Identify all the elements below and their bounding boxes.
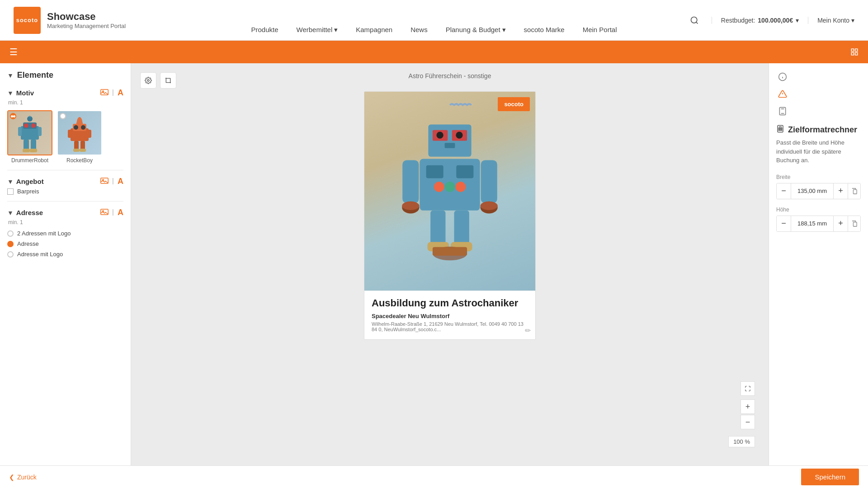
collapse-icon[interactable]: ▼ [7, 72, 14, 79]
chevron-down-icon: ▾ [796, 17, 799, 24]
motiv-image-icon[interactable] [100, 88, 108, 98]
adresse-option-2[interactable]: Adresse mit Logo [7, 251, 123, 258]
right-panel-description: Passt die Breite und Höhe individuell fü… [776, 138, 861, 165]
adresse-option-0-label: 2 Adressen mit Logo [17, 230, 71, 237]
nav-socoto-marke[interactable]: socoto Marke [522, 20, 566, 40]
svg-rect-77 [781, 130, 782, 131]
motiv-rocketboy[interactable]: RocketBoy [57, 110, 102, 164]
nav-kampagnen[interactable]: Kampagnen [354, 20, 394, 40]
angebot-collapse-icon[interactable]: ▼ [7, 178, 14, 185]
save-button[interactable]: Speichern [801, 469, 859, 485]
motiv-drummer-radio [10, 113, 16, 119]
secondary-bar-right [845, 43, 863, 61]
nav-mein-portal[interactable]: Mein Portal [581, 20, 619, 40]
motiv-drummer-image[interactable] [7, 110, 52, 155]
crop-tool-button[interactable] [160, 72, 176, 89]
adresse-radio-0[interactable] [7, 230, 14, 237]
logo-text: Showcase Marketing Management Portal [47, 11, 126, 29]
top-right: Restbudget: 100.000,00€ ▾ Mein Konto ▾ [686, 12, 854, 28]
logo-block: socoto Showcase Marketing Management Por… [14, 7, 126, 34]
svg-rect-42 [456, 165, 473, 178]
hoehe-increase-button[interactable]: + [833, 216, 848, 232]
adresse-collapse-icon[interactable]: ▼ [7, 209, 14, 216]
barpreis-checkbox[interactable] [7, 188, 14, 195]
nav-produkte[interactable]: Produkte [249, 20, 280, 40]
warning-icon[interactable] [776, 88, 789, 100]
nav-planung[interactable]: Planung & Budget ▾ [444, 20, 508, 40]
motiv-text-icon[interactable]: A [118, 88, 123, 98]
zoom-in-button[interactable]: + [741, 399, 755, 414]
angebot-section-header: ▼ Angebot | A [7, 177, 123, 186]
divider-1 [7, 170, 123, 170]
angebot-image-icon[interactable] [100, 177, 108, 186]
zoom-level: 100 % [728, 436, 755, 447]
settings-tool-button[interactable] [140, 72, 156, 89]
ad-card-address: Wilhelm-Raabe-Straße 1, 21629 Neu Wulmst… [372, 321, 528, 332]
nav-news[interactable]: News [409, 20, 429, 40]
edit-pencil-icon[interactable]: ✏ [525, 326, 531, 335]
adresse-option-1[interactable]: Adresse [7, 240, 123, 247]
expand-button[interactable] [741, 381, 755, 396]
grid-view-button[interactable] [845, 43, 863, 61]
adresse-option-1-label: Adresse [17, 240, 39, 247]
svg-point-44 [445, 182, 455, 192]
adresse-option-0[interactable]: 2 Adressen mit Logo [7, 230, 123, 237]
right-panel-title: Zielformatrechner [776, 125, 861, 135]
svg-point-45 [455, 182, 466, 192]
account-menu[interactable]: Mein Konto ▾ [817, 17, 854, 24]
adresse-text-icon[interactable]: A [118, 208, 123, 217]
ad-socoto-badge: socoto [498, 97, 530, 111]
motiv-grid: DrummerRobot [7, 110, 123, 164]
app-title: Showcase [47, 11, 126, 23]
chevron-down-icon: ▾ [851, 17, 854, 24]
canvas-toolbar [140, 72, 176, 89]
info-icon[interactable] [776, 70, 789, 83]
divider-2 [7, 201, 123, 202]
svg-rect-74 [778, 128, 780, 129]
adresse-radio-1[interactable] [7, 241, 14, 247]
adresse-image-icon[interactable] [100, 208, 108, 217]
motiv-drummer[interactable]: DrummerRobot [7, 110, 52, 164]
barpreis-row[interactable]: Barpreis [7, 188, 123, 195]
breite-copy-button[interactable] [848, 183, 860, 199]
back-button[interactable]: ❮ Zurück [9, 474, 37, 481]
motiv-collapse-icon[interactable]: ▼ [7, 89, 14, 97]
angebot-icons: | A [100, 177, 123, 186]
ad-card-headline: Ausbildung zum Astrochaniker [372, 297, 528, 309]
calculator-icon[interactable] [776, 105, 789, 117]
svg-point-49 [402, 202, 419, 210]
breite-stepper: − 135,00 mm + [776, 183, 861, 199]
svg-rect-13 [38, 127, 42, 136]
motiv-label: Motiv [16, 89, 34, 97]
svg-point-21 [74, 125, 78, 130]
chevron-down-icon: ▾ [502, 26, 506, 34]
breite-increase-button[interactable]: + [833, 183, 848, 199]
nav-werbemittel[interactable]: Werbemittel ▾ [295, 20, 340, 40]
svg-rect-28 [80, 149, 86, 152]
svg-point-33 [147, 80, 149, 81]
svg-rect-16 [23, 149, 30, 152]
angebot-text-icon[interactable]: A [118, 177, 123, 186]
breite-decrease-button[interactable]: − [777, 183, 791, 199]
svg-rect-76 [778, 130, 780, 131]
svg-point-43 [434, 182, 444, 192]
hoehe-decrease-button[interactable]: − [777, 216, 791, 232]
main-nav: Produkte Werbemittel ▾ Kampagnen News Pl… [249, 20, 618, 40]
budget-display: Restbudget: 100.000,00€ ▾ [712, 17, 808, 24]
budget-value: 100.000,00€ [758, 17, 793, 24]
svg-point-37 [436, 132, 443, 139]
sidebar-title: Elemente [17, 70, 53, 80]
adresse-radio-2[interactable] [7, 251, 14, 258]
svg-rect-39 [445, 143, 455, 148]
search-button[interactable] [686, 12, 703, 28]
logo-icon: socoto [14, 7, 41, 34]
back-label: Zurück [17, 474, 37, 481]
hoehe-copy-button[interactable] [848, 216, 860, 232]
svg-rect-75 [781, 128, 782, 129]
ad-card: socoto [364, 91, 536, 340]
hamburger-button[interactable]: ☰ [5, 43, 23, 61]
barpreis-label: Barpreis [17, 188, 39, 195]
motiv-rocketboy-image[interactable] [57, 110, 102, 155]
zoom-out-button[interactable]: − [741, 415, 755, 429]
canvas-title: Astro Führerschein - sonstige [409, 72, 491, 80]
